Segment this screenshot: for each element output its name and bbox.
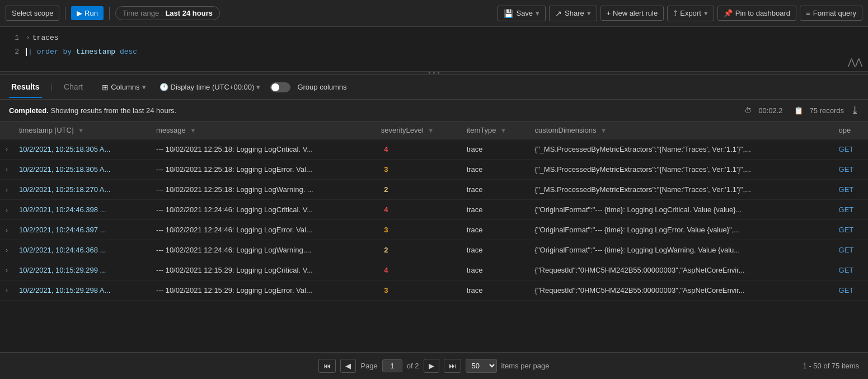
cell-severity-5: 2 — [376, 240, 461, 260]
cell-timestamp-7: 10/2/2021, 10:15:29.298 A... — [13, 280, 151, 301]
cell-message-4: --- 10/02/2021 12:24:46: Logging LogErro… — [151, 220, 376, 240]
row-expand-2[interactable]: › — [0, 180, 13, 200]
time-range-button[interactable]: Time range : Last 24 hours — [115, 6, 220, 20]
expand-chevron-icon: › — [6, 166, 8, 174]
cell-message-2: --- 10/02/2021 12:25:18: Logging LogWarn… — [151, 180, 376, 200]
query-editor[interactable]: 1 › traces 2 | order by timestamp desc ⋀… — [0, 27, 868, 72]
cell-customdim-7: {"RequestId":"0HMC5HM242B55:00000003","A… — [529, 280, 833, 301]
format-label: Format query — [813, 9, 856, 17]
cell-timestamp-4: 10/2/2021, 10:24:46.397 ... — [13, 220, 151, 240]
expand-chevron-icon: › — [6, 146, 8, 153]
prev-page-button[interactable]: ◀ — [340, 359, 356, 373]
row-expand-7[interactable]: › — [0, 280, 13, 301]
save-chevron-icon: ▾ — [536, 9, 539, 17]
row-expand-4[interactable]: › — [0, 220, 13, 240]
status-detail: Showing results from the last 24 hours. — [50, 106, 176, 115]
table-header-row: timestamp [UTC] ▼ message ▼ severityLeve… — [0, 121, 868, 139]
time-range-prefix: Time range : — [123, 9, 163, 17]
expand-chevron-icon: › — [6, 287, 8, 294]
results-table-container[interactable]: timestamp [UTC] ▼ message ▼ severityLeve… — [0, 121, 868, 352]
collapse-editor-button[interactable]: ⋀⋀ — [848, 57, 862, 68]
tab-chart[interactable]: Chart — [62, 77, 85, 98]
first-page-button[interactable]: ⏮ — [318, 359, 336, 373]
severity-value: 3 — [381, 165, 391, 174]
cell-customdim-0: {"_MS.ProcessedByMetricExtractors":"{Nam… — [529, 139, 833, 160]
tab-results[interactable]: Results — [9, 77, 42, 98]
page-input[interactable] — [382, 359, 402, 372]
query-time: 00:02.2 — [758, 106, 782, 115]
cell-itemtype-6: trace — [461, 260, 529, 280]
share-button[interactable]: ↗ Share ▾ — [549, 6, 597, 21]
cell-customdim-3: {"OriginalFormat":"--- {time}: Logging L… — [529, 200, 833, 220]
export-button[interactable]: ⤴ Export ▾ — [667, 6, 714, 21]
col-header-itemtype: itemType ▼ — [461, 121, 529, 139]
col-header-customdim: customDimensions ▼ — [529, 121, 833, 139]
per-page-select[interactable]: 50 100 200 — [466, 359, 497, 373]
toggle-knob — [271, 83, 279, 91]
cell-customdim-6: {"RequestId":"0HMC5HM242B55:00000003","A… — [529, 260, 833, 280]
severity-value: 4 — [381, 265, 391, 275]
severity-filter-icon[interactable]: ▼ — [428, 127, 434, 134]
display-time-button[interactable]: 🕐 Display time (UTC+00:00) ▾ — [156, 81, 264, 93]
columns-button[interactable]: ⊞ Columns ▾ — [98, 81, 149, 94]
row-expand-3[interactable]: › — [0, 200, 13, 220]
main-content: Results | Chart ⊞ Columns ▾ 🕐 Display ti… — [0, 75, 868, 379]
cell-ope-7: GET — [833, 280, 868, 301]
severity-value: 4 — [381, 144, 391, 154]
group-columns-toggle[interactable] — [270, 82, 290, 92]
row-expand-6[interactable]: › — [0, 260, 13, 280]
next-page-icon: ▶ — [429, 362, 434, 370]
timestamp-filter-icon[interactable]: ▼ — [78, 127, 84, 134]
columns-icon: ⊞ — [102, 83, 109, 92]
col-header-timestamp: timestamp [UTC] ▼ — [13, 121, 151, 139]
row-expand-1[interactable]: › — [0, 160, 13, 180]
next-page-button[interactable]: ▶ — [424, 359, 439, 373]
cell-timestamp-6: 10/2/2021, 10:15:29.299 ... — [13, 260, 151, 280]
cell-message-1: --- 10/02/2021 12:25:18: Logging LogErro… — [151, 160, 376, 180]
row-expand-0[interactable]: › — [0, 139, 13, 160]
new-alert-button[interactable]: + New alert rule — [600, 6, 664, 21]
save-button[interactable]: 💾 Save ▾ — [498, 6, 546, 21]
pin-dashboard-button[interactable]: 📌 Pin to dashboard — [717, 6, 796, 21]
cell-severity-7: 3 — [376, 280, 461, 301]
table-row: › 10/2/2021, 10:24:46.368 ... --- 10/02/… — [0, 240, 868, 260]
expand-col-header — [0, 121, 13, 139]
save-icon: 💾 — [504, 9, 513, 18]
message-filter-icon[interactable]: ▼ — [190, 127, 196, 134]
table-row: › 10/2/2021, 10:15:29.299 ... --- 10/02/… — [0, 260, 868, 280]
cell-customdim-1: {"_MS.ProcessedByMetricExtractors":"{Nam… — [529, 160, 833, 180]
last-page-button[interactable]: ⏭ — [444, 359, 461, 373]
cell-itemtype-2: trace — [461, 180, 529, 200]
prev-page-icon: ◀ — [345, 362, 351, 370]
run-button[interactable]: ▶ Run — [71, 6, 103, 20]
toolbar-divider — [65, 7, 65, 20]
per-page-label: items per page — [501, 362, 550, 370]
cell-timestamp-5: 10/2/2021, 10:24:46.368 ... — [13, 240, 151, 260]
cell-ope-4: GET — [833, 220, 868, 240]
cell-severity-6: 4 — [376, 260, 461, 280]
expand-chevron-icon: › — [6, 266, 8, 274]
select-scope-button[interactable]: Select scope — [6, 6, 59, 21]
cell-itemtype-3: trace — [461, 200, 529, 220]
expand-records-button[interactable]: ⤓ — [851, 104, 859, 116]
line1-arrow[interactable]: › — [26, 32, 30, 44]
first-page-icon: ⏮ — [323, 362, 331, 370]
cell-ope-0: GET — [833, 139, 868, 160]
cell-customdim-5: {"OriginalFormat":"--- {time}: Logging L… — [529, 240, 833, 260]
cell-severity-1: 3 — [376, 160, 461, 180]
row-expand-5[interactable]: › — [0, 240, 13, 260]
severity-value: 3 — [381, 225, 391, 235]
status-bar: Completed. Showing results from the last… — [0, 100, 868, 121]
cell-itemtype-0: trace — [461, 139, 529, 160]
customdim-filter-icon[interactable]: ▼ — [600, 127, 607, 134]
table-row: › 10/2/2021, 10:25:18.305 A... --- 10/02… — [0, 139, 868, 160]
cell-ope-5: GET — [833, 240, 868, 260]
table-row: › 10/2/2021, 10:24:46.397 ... --- 10/02/… — [0, 220, 868, 240]
table-row: › 10/2/2021, 10:25:18.305 A... --- 10/02… — [0, 160, 868, 180]
severity-value: 2 — [381, 185, 391, 194]
time-range-value: Last 24 hours — [165, 9, 213, 17]
itemtype-filter-icon[interactable]: ▼ — [500, 127, 506, 134]
run-label: ▶ Run — [77, 9, 97, 17]
cell-timestamp-2: 10/2/2021, 10:25:18.270 A... — [13, 180, 151, 200]
format-query-button[interactable]: ≡ Format query — [800, 6, 862, 21]
